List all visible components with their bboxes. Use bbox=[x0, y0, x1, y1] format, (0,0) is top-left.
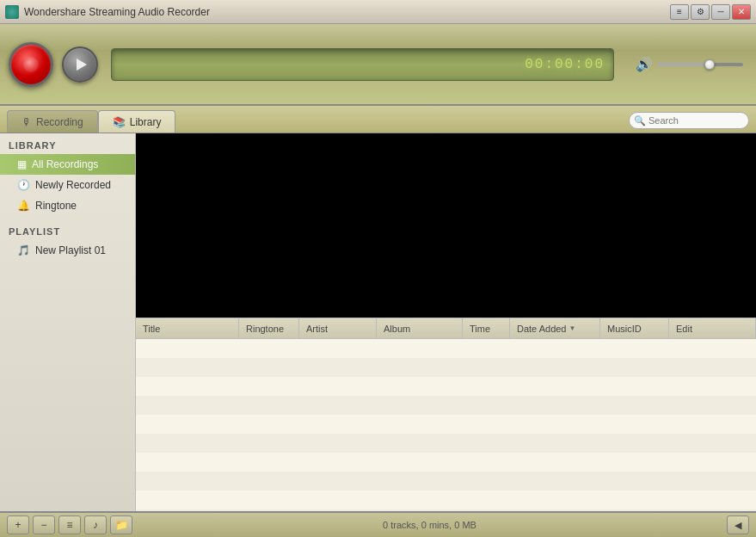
table-area: Title Ringtone Artist Album Time Date Ad… bbox=[136, 318, 756, 511]
volume-icon: 🔊 bbox=[636, 56, 653, 72]
menu-button[interactable]: ≡ bbox=[670, 4, 689, 20]
search-wrapper: 🔍 bbox=[629, 112, 749, 129]
table-rows bbox=[136, 339, 756, 511]
play-button[interactable] bbox=[62, 46, 98, 83]
volume-control: 🔊 bbox=[636, 56, 747, 72]
search-input[interactable] bbox=[629, 112, 749, 129]
all-recordings-label: All Recordings bbox=[32, 158, 98, 170]
volume-thumb[interactable] bbox=[704, 59, 715, 70]
sidebar-item-ringtone[interactable]: 🔔 Ringtone bbox=[0, 195, 135, 216]
ringtone-label: Ringtone bbox=[35, 200, 77, 212]
sort-arrow-icon: ▼ bbox=[569, 324, 576, 332]
tab-bar: 🎙 Recording 📚 Library 🔍 bbox=[0, 106, 756, 133]
library-section-header: LIBRARY bbox=[0, 133, 135, 154]
video-area bbox=[136, 133, 756, 318]
col-date-added[interactable]: Date Added ▼ bbox=[510, 318, 600, 338]
newly-recorded-label: Newly Recorded bbox=[35, 179, 111, 191]
sidebar: LIBRARY ▦ All Recordings 🕐 Newly Recorde… bbox=[0, 133, 136, 511]
bell-icon: 🔔 bbox=[17, 200, 30, 212]
sidebar-item-new-playlist-01[interactable]: 🎵 New Playlist 01 bbox=[0, 240, 135, 261]
recording-tab-icon: 🎙 bbox=[22, 116, 32, 128]
record-button[interactable] bbox=[9, 42, 53, 87]
col-time: Time bbox=[463, 318, 510, 338]
status-bar: 0 tracks, 0 mins, 0 MB bbox=[136, 520, 723, 530]
settings-button[interactable]: ⚙ bbox=[691, 4, 710, 20]
col-album: Album bbox=[377, 318, 463, 338]
record-dot bbox=[23, 57, 39, 72]
search-area: 🔍 bbox=[175, 112, 749, 133]
music-icon: 🎵 bbox=[17, 244, 30, 256]
progress-area: 00:00:00 bbox=[111, 48, 614, 81]
tab-recording[interactable]: 🎙 Recording bbox=[7, 110, 98, 133]
close-button[interactable]: ✕ bbox=[732, 4, 751, 20]
app-title: Wondershare Streaming Audio Recorder bbox=[24, 6, 670, 18]
sidebar-item-newly-recorded[interactable]: 🕐 Newly Recorded bbox=[0, 175, 135, 195]
remove-button[interactable]: − bbox=[33, 515, 55, 534]
toolbar: 00:00:00 🔊 bbox=[0, 24, 756, 106]
folder-button[interactable]: 📁 bbox=[110, 515, 132, 534]
convert-button[interactable]: ♪ bbox=[84, 515, 107, 534]
volume-slider[interactable] bbox=[657, 63, 743, 66]
tab-library[interactable]: 📚 Library bbox=[98, 110, 176, 133]
minimize-button[interactable]: ─ bbox=[711, 4, 730, 20]
playlist-section-header: PLAYLIST bbox=[0, 219, 135, 240]
new-playlist-01-label: New Playlist 01 bbox=[35, 244, 106, 256]
main-content: LIBRARY ▦ All Recordings 🕐 Newly Recorde… bbox=[0, 133, 756, 511]
content-area: Title Ringtone Artist Album Time Date Ad… bbox=[136, 133, 756, 511]
col-title: Title bbox=[136, 318, 239, 338]
sidebar-item-all-recordings[interactable]: ▦ All Recordings bbox=[0, 154, 135, 175]
col-ringtone: Ringtone bbox=[239, 318, 299, 338]
back-button[interactable]: ◀ bbox=[727, 515, 749, 534]
title-bar: Wondershare Streaming Audio Recorder ≡ ⚙… bbox=[0, 0, 756, 24]
tab-library-label: Library bbox=[130, 116, 162, 128]
search-icon: 🔍 bbox=[634, 115, 646, 127]
col-musicid: MusicID bbox=[600, 318, 669, 338]
timer-display: 00:00:00 bbox=[525, 57, 605, 72]
status-text: 0 tracks, 0 mins, 0 MB bbox=[383, 520, 476, 530]
add-button[interactable]: + bbox=[7, 515, 29, 534]
app-icon bbox=[5, 5, 19, 19]
col-artist: Artist bbox=[299, 318, 377, 338]
window-controls: ≡ ⚙ ─ ✕ bbox=[670, 4, 751, 20]
table-header: Title Ringtone Artist Album Time Date Ad… bbox=[136, 318, 756, 339]
play-icon bbox=[77, 59, 87, 71]
clock-icon: 🕐 bbox=[17, 179, 30, 191]
progress-bar[interactable]: 00:00:00 bbox=[111, 48, 614, 81]
library-tab-icon: 📚 bbox=[113, 116, 126, 128]
grid-icon: ▦ bbox=[17, 158, 27, 170]
filter-button[interactable]: ≡ bbox=[58, 515, 81, 534]
bottom-bar: + − ≡ ♪ 📁 0 tracks, 0 mins, 0 MB ◀ bbox=[0, 511, 756, 537]
col-edit: Edit bbox=[669, 318, 756, 338]
tab-recording-label: Recording bbox=[36, 116, 83, 128]
